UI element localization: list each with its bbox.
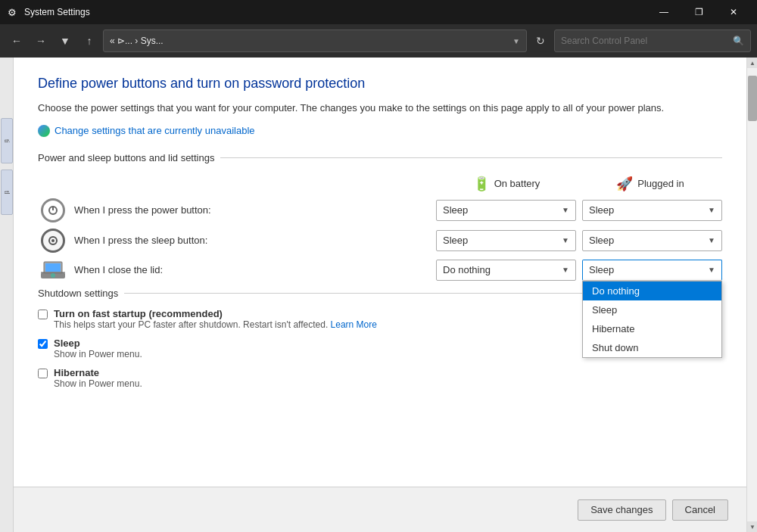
columns-header: 🔋 On battery 🚀 Plugged in	[38, 176, 722, 192]
cancel-button[interactable]: Cancel	[672, 499, 728, 521]
fast-startup-checkbox[interactable]	[38, 310, 48, 319]
change-settings-text: Change settings that are currently unava…	[55, 125, 255, 136]
lid-plugged-dropdown-container: Sleep ▼ Do nothing Sleep Hibernate Shut …	[582, 260, 722, 281]
lid-battery-arrow: ▼	[562, 266, 569, 274]
sleep-button-row: When I press the sleep button: Sleep ▼ S…	[38, 229, 722, 253]
window-controls: — ❐ ✕	[646, 0, 751, 24]
shutdown-section-label: Shutdown settings	[38, 288, 118, 299]
page-description: Choose the power settings that you want …	[38, 101, 722, 116]
dropdown-option-shutdown[interactable]: Shut down	[583, 338, 721, 357]
sidebar-tab-1[interactable]: ti	[1, 118, 13, 163]
col-battery-header: 🔋 On battery	[435, 176, 578, 192]
address-text: « ⊳... › Sys...	[110, 36, 508, 46]
lid-plugged-value: Sleep	[589, 264, 614, 275]
app-icon: ⚙	[6, 6, 18, 18]
sleep-checkbox-label: Sleep	[54, 338, 142, 349]
search-box[interactable]: 🔍	[554, 30, 751, 52]
address-bar: ← → ▼ ↑ « ⊳... › Sys... ▼ ↻ 🔍	[0, 24, 757, 58]
close-button[interactable]: ✕	[716, 0, 751, 24]
save-changes-button[interactable]: Save changes	[578, 499, 665, 521]
col-battery-label: On battery	[494, 178, 540, 189]
scrollbar-down-button[interactable]: ▼	[747, 521, 757, 532]
footer-bar: Save changes Cancel	[14, 487, 746, 532]
lid-plugged-dropdown[interactable]: Sleep ▼	[582, 260, 722, 281]
fast-startup-sublabel: This helps start your PC faster after sh…	[54, 319, 377, 330]
sleep-plugged-dropdown[interactable]: Sleep ▼	[582, 230, 722, 251]
power-button-label: When I press the power button:	[68, 204, 436, 216]
hibernate-checkbox[interactable]	[38, 369, 48, 378]
sleep-button-icon-area	[38, 229, 68, 253]
sleep-checkbox-sublabel: Show in Power menu.	[54, 349, 142, 359]
scrollbar-track[interactable]	[747, 68, 757, 521]
refresh-button[interactable]: ↻	[530, 30, 551, 51]
power-battery-value: Sleep	[443, 204, 468, 216]
power-icon	[41, 198, 65, 222]
search-icon: 🔍	[733, 36, 744, 46]
col-pluggedin-header: 🚀 Plugged in	[578, 176, 722, 192]
plugin-icon: 🚀	[616, 176, 633, 192]
sleep-battery-value: Sleep	[443, 235, 468, 246]
change-settings-link[interactable]: Change settings that are currently unava…	[38, 125, 722, 137]
lid-icon	[39, 259, 67, 282]
scrollbar-thumb[interactable]	[748, 76, 757, 121]
dropdown-option-sleep[interactable]: Sleep	[583, 300, 721, 319]
lid-battery-dropdown[interactable]: Do nothing ▼	[436, 260, 576, 281]
scrollbar-up-button[interactable]: ▲	[747, 58, 757, 68]
content-area: Define power buttons and turn on passwor…	[14, 58, 746, 532]
sidebar-tab-2[interactable]: tl	[1, 170, 13, 215]
address-dropdown-arrow: ▼	[512, 37, 520, 45]
svg-point-3	[51, 239, 55, 242]
left-sidebar: ti tl	[0, 58, 14, 532]
hibernate-checkbox-row: Hibernate Show in Power menu.	[38, 367, 722, 389]
power-plugged-dropdown[interactable]: Sleep ▼	[582, 200, 722, 221]
dropdown-option-donothing[interactable]: Do nothing	[583, 282, 721, 300]
forward-button[interactable]: →	[30, 30, 51, 51]
hibernate-checkbox-label: Hibernate	[54, 367, 142, 378]
learn-more-link[interactable]: Learn More	[331, 319, 377, 330]
power-button-row: When I press the power button: Sleep ▼ S…	[38, 198, 722, 222]
scrollbar: ▲ ▼	[746, 58, 757, 532]
power-battery-arrow: ▼	[562, 206, 569, 214]
back-button[interactable]: ←	[6, 30, 27, 51]
hibernate-checkbox-sublabel: Show in Power menu.	[54, 378, 142, 389]
sleep-icon	[41, 229, 65, 253]
page-title: Define power buttons and turn on passwor…	[38, 76, 722, 92]
sleep-plugged-arrow: ▼	[708, 236, 715, 244]
sleep-checkbox[interactable]	[38, 339, 48, 349]
address-box[interactable]: « ⊳... › Sys... ▼	[103, 30, 527, 52]
power-section-label: Power and sleep buttons and lid settings	[38, 152, 214, 163]
search-input[interactable]	[561, 36, 728, 46]
recent-locations-button[interactable]: ▼	[55, 30, 76, 51]
minimize-button[interactable]: —	[646, 0, 681, 24]
lid-plugged-arrow: ▼	[708, 266, 715, 274]
up-button[interactable]: ↑	[79, 30, 100, 51]
power-battery-dropdown[interactable]: Sleep ▼	[436, 200, 576, 221]
title-bar: ⚙ System Settings — ❐ ✕	[0, 0, 757, 24]
lid-label: When I close the lid:	[68, 264, 436, 275]
main-layout: ti tl Define power buttons and turn on p…	[0, 58, 757, 532]
battery-icon: 🔋	[473, 176, 490, 192]
power-plugged-value: Sleep	[589, 204, 614, 216]
power-plugged-arrow: ▼	[708, 206, 715, 214]
sleep-button-label: When I press the sleep button:	[68, 235, 436, 246]
dropdown-option-hibernate[interactable]: Hibernate	[583, 319, 721, 338]
sleep-battery-arrow: ▼	[562, 236, 569, 244]
lid-plugged-dropdown-menu: Do nothing Sleep Hibernate Shut down	[582, 281, 722, 358]
col-pluggedin-label: Plugged in	[637, 178, 684, 189]
fast-startup-label: Turn on fast startup (recommended)	[54, 308, 377, 319]
svg-rect-6	[45, 263, 61, 272]
sleep-battery-dropdown[interactable]: Sleep ▼	[436, 230, 576, 251]
power-button-icon-area	[38, 198, 68, 222]
window-title: System Settings	[24, 7, 640, 17]
power-section-header: Power and sleep buttons and lid settings	[38, 152, 722, 163]
shield-icon	[38, 125, 50, 137]
lid-battery-value: Do nothing	[443, 264, 491, 275]
restore-button[interactable]: ❐	[681, 0, 716, 24]
lid-icon-area	[38, 259, 68, 282]
lid-row: When I close the lid: Do nothing ▼ Sleep…	[38, 259, 722, 282]
sleep-plugged-value: Sleep	[589, 235, 614, 246]
svg-point-8	[51, 273, 55, 278]
